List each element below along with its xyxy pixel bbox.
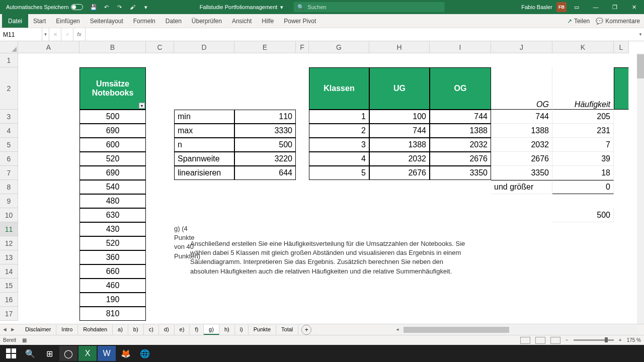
sheet-tab-Intro[interactable]: Intro (56, 325, 78, 335)
ribbon-tab-seitenlayout[interactable]: Seitenlayout (85, 18, 128, 25)
view-normal-icon[interactable] (520, 337, 530, 344)
sheet-tab-f[interactable]: f) (190, 325, 204, 335)
data-b-4[interactable]: 690 (79, 124, 146, 138)
firefox-icon[interactable]: 🦊 (117, 346, 135, 361)
col-header-K[interactable]: K (552, 41, 614, 53)
ug-5[interactable]: 1388 (369, 138, 430, 152)
formula-input[interactable] (86, 28, 637, 41)
row-header-3[interactable]: 3 (0, 110, 18, 124)
zoom-in-icon[interactable]: + (619, 337, 622, 343)
row-header-17[interactable]: 17 (0, 307, 18, 321)
search-taskbar-icon[interactable]: 🔍 (21, 346, 39, 361)
name-box[interactable]: M11 (0, 28, 42, 41)
word-taskbar-icon[interactable]: W (98, 346, 116, 361)
header-ug[interactable]: UG (369, 67, 430, 110)
og-3[interactable]: 744 (430, 110, 491, 124)
col-header-A[interactable]: A (18, 41, 79, 53)
row-header-2[interactable]: 2 (0, 67, 18, 110)
col-header-H[interactable]: H (369, 41, 430, 53)
ribbon-mode-icon[interactable]: ▭ (568, 0, 586, 14)
stat-value-7[interactable]: 644 (234, 166, 296, 180)
row-header-9[interactable]: 9 (0, 194, 18, 208)
ribbon-tab-ansicht[interactable]: Ansicht (227, 18, 257, 25)
ribbon-tab-einfügen[interactable]: Einfügen (51, 18, 85, 25)
sheet-tab-b[interactable]: b) (128, 325, 144, 335)
klasse-6[interactable]: 4 (309, 152, 369, 166)
row-header-4[interactable]: 4 (0, 124, 18, 138)
stat-label-4[interactable]: max (174, 124, 234, 138)
hauf-7[interactable]: 18 (552, 166, 614, 180)
stat-value-5[interactable]: 500 (234, 138, 296, 152)
spreadsheet-grid[interactable]: ABCDEFGHIJKL 1234567891011121314151617 U… (0, 41, 644, 324)
header-haufigkeit[interactable]: Häufigkeit (552, 67, 614, 110)
sheet-tab-e[interactable]: e) (175, 325, 190, 335)
row-header-11[interactable]: 11 (0, 222, 18, 236)
zoom-slider[interactable] (574, 339, 614, 341)
header-klassen[interactable]: Klassen (309, 67, 369, 110)
stat-label-6[interactable]: Spannweite (174, 152, 234, 166)
header-og2[interactable]: OG (491, 67, 552, 110)
start-button[interactable] (2, 346, 20, 361)
hauf-3[interactable]: 205 (552, 110, 614, 124)
og2-7[interactable]: 3350 (491, 166, 552, 180)
hauf-6[interactable]: 39 (552, 152, 614, 166)
data-b-16[interactable]: 190 (79, 293, 146, 307)
sheet-next-icon[interactable]: ► (10, 326, 17, 333)
data-b-3[interactable]: 500 (79, 110, 146, 124)
user-name[interactable]: Fabio Basler (521, 4, 552, 10)
col-header-B[interactable]: B (79, 41, 146, 53)
stat-value-3[interactable]: 110 (234, 110, 296, 124)
app-icon[interactable]: ◯ (59, 346, 77, 361)
ug-3[interactable]: 100 (369, 110, 430, 124)
row-header-5[interactable]: 5 (0, 138, 18, 152)
sheet-tab-Disclaimer[interactable]: Disclaimer (20, 325, 56, 335)
file-tab[interactable]: Datei (2, 14, 28, 28)
og-5[interactable]: 2032 (430, 138, 491, 152)
sheet-tab-a[interactable]: a) (113, 325, 128, 335)
undo-icon[interactable]: ↶ (101, 2, 112, 13)
row-header-8[interactable]: 8 (0, 180, 18, 194)
col-header-F[interactable]: F (296, 41, 309, 53)
sheet-tab-c[interactable]: c) (144, 325, 159, 335)
og2-6[interactable]: 2676 (491, 152, 552, 166)
sheet-tab-Rohdaten[interactable]: Rohdaten (78, 325, 113, 335)
chrome-icon[interactable]: 🌐 (136, 346, 154, 361)
data-b-11[interactable]: 430 (79, 222, 146, 236)
row-header-7[interactable]: 7 (0, 166, 18, 180)
row-header-14[interactable]: 14 (0, 264, 18, 279)
klasse-4[interactable]: 2 (309, 124, 369, 138)
ug-4[interactable]: 744 (369, 124, 430, 138)
og2-3[interactable]: 744 (491, 110, 552, 124)
maximize-icon[interactable]: ❐ (606, 0, 624, 14)
row-header-6[interactable]: 6 (0, 152, 18, 166)
stat-value-4[interactable]: 3330 (234, 124, 296, 138)
comments-button[interactable]: 💬 Kommentare (596, 18, 640, 25)
ug-7[interactable]: 2676 (369, 166, 430, 180)
hauf-0[interactable]: 0 (552, 180, 614, 194)
ribbon-tab-power pivot[interactable]: Power Pivot (279, 18, 321, 25)
filter-dropdown-icon[interactable]: ▼ (139, 103, 145, 109)
autosave-toggle[interactable]: Automatisches Speichern (3, 4, 86, 10)
data-b-10[interactable]: 630 (79, 208, 146, 222)
klasse-7[interactable]: 5 (309, 166, 369, 180)
data-b-5[interactable]: 600 (79, 138, 146, 152)
redo-icon[interactable]: ↷ (114, 2, 125, 13)
hauf-4[interactable]: 231 (552, 124, 614, 138)
add-sheet-button[interactable]: + (301, 325, 311, 335)
ug-6[interactable]: 2032 (369, 152, 430, 166)
total-500[interactable]: 500 (552, 208, 614, 222)
ribbon-tab-überprüfen[interactable]: Überprüfen (187, 18, 227, 25)
header-umsaetze[interactable]: Umsätze Notebooks (79, 67, 146, 110)
confirm-formula[interactable]: ✓ (61, 28, 73, 41)
sheet-tab-g[interactable]: g) (204, 325, 219, 335)
row-header-16[interactable]: 16 (0, 293, 18, 307)
og-7[interactable]: 3350 (430, 166, 491, 180)
og-6[interactable]: 2676 (430, 152, 491, 166)
scroll-thumb[interactable] (637, 54, 644, 78)
klasse-3[interactable]: 1 (309, 110, 369, 124)
fx-icon[interactable]: fx (73, 28, 86, 41)
stat-label-3[interactable]: min (174, 110, 234, 124)
minimize-icon[interactable]: — (587, 0, 605, 14)
header-og[interactable]: OG (430, 67, 491, 110)
view-layout-icon[interactable] (535, 337, 545, 344)
